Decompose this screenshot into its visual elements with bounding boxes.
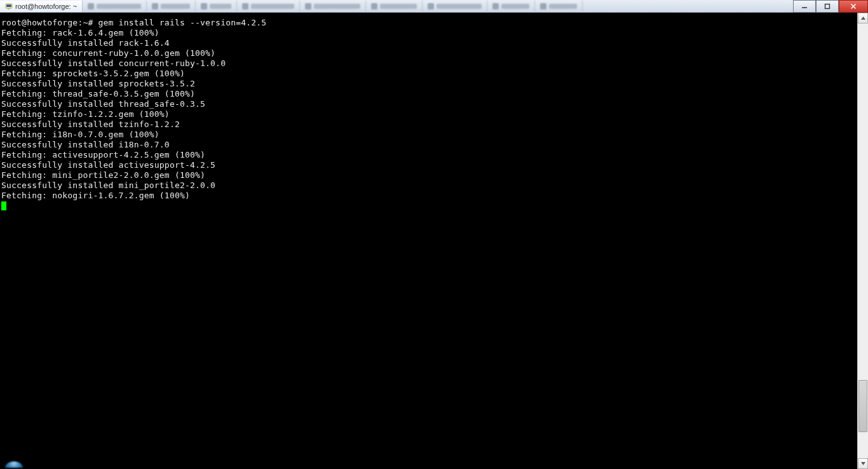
scroll-down-button[interactable] <box>858 458 868 469</box>
scroll-up-button[interactable] <box>858 13 868 24</box>
scroll-track[interactable] <box>858 24 868 458</box>
svg-marker-7 <box>861 17 865 20</box>
terminal-window[interactable]: root@howtoforge:~# gem install rails --v… <box>0 13 868 469</box>
tab-putty-active[interactable]: root@howtoforge: ~ <box>0 1 83 12</box>
background-tab[interactable] <box>237 1 300 12</box>
background-tab[interactable] <box>147 1 196 12</box>
favicon-placeholder-icon <box>428 3 434 10</box>
favicon-placeholder-icon <box>242 3 248 10</box>
svg-rect-4 <box>825 4 830 9</box>
background-tab[interactable] <box>535 1 583 12</box>
favicon-placeholder-icon <box>152 3 158 10</box>
putty-icon <box>5 3 13 10</box>
terminal-output[interactable]: root@howtoforge:~# gem install rails --v… <box>0 13 266 201</box>
scrollbar-vertical[interactable] <box>857 13 868 469</box>
favicon-placeholder-icon <box>540 3 546 10</box>
background-tab[interactable] <box>196 1 238 12</box>
background-tabs <box>83 1 583 12</box>
start-orb-icon <box>5 461 23 468</box>
minimize-button[interactable] <box>793 0 816 13</box>
maximize-button[interactable] <box>816 0 839 13</box>
favicon-placeholder-icon <box>371 3 377 10</box>
background-tab[interactable] <box>366 1 423 12</box>
background-tab[interactable] <box>83 1 147 12</box>
window-controls <box>793 0 868 13</box>
close-button[interactable] <box>839 0 868 13</box>
favicon-placeholder-icon <box>492 3 499 10</box>
titlebar-tabstrip: root@howtoforge: ~ <box>0 0 868 13</box>
svg-rect-1 <box>6 4 11 7</box>
background-tab[interactable] <box>423 1 487 12</box>
favicon-placeholder-icon <box>201 3 207 10</box>
favicon-placeholder-icon <box>88 3 94 10</box>
scroll-thumb[interactable] <box>858 380 867 432</box>
svg-marker-8 <box>861 462 865 465</box>
terminal-cursor <box>1 201 6 210</box>
background-tab[interactable] <box>487 1 535 12</box>
window-title: root@howtoforge: ~ <box>15 3 77 10</box>
svg-rect-2 <box>8 8 10 10</box>
favicon-placeholder-icon <box>305 3 311 10</box>
background-tab[interactable] <box>300 1 366 12</box>
